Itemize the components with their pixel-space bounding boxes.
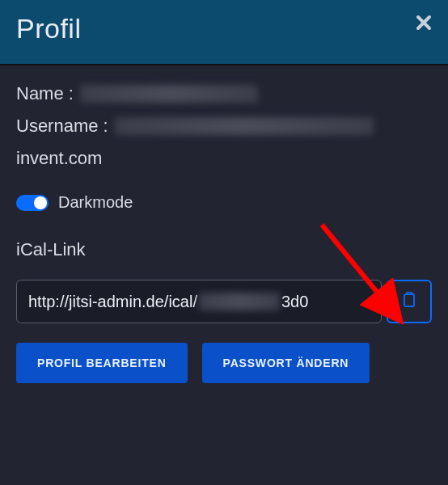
change-password-button[interactable]: PASSWORT ÄNDERN (202, 343, 370, 383)
domain-row: invent.com (16, 148, 432, 169)
darkmode-row: Darkmode (16, 193, 432, 212)
modal-body: Name : Username : invent.com Darkmode iC… (0, 65, 448, 401)
edit-profile-button[interactable]: PROFIL BEARBEITEN (16, 343, 188, 383)
button-row: PROFIL BEARBEITEN PASSWORT ÄNDERN (16, 343, 432, 383)
username-value-redacted (115, 117, 374, 135)
modal-header: Profil (0, 0, 448, 65)
clipboard-icon (402, 292, 416, 311)
copy-ical-button[interactable] (387, 280, 432, 323)
domain-value: invent.com (16, 148, 102, 169)
darkmode-toggle[interactable] (16, 195, 49, 211)
name-value-redacted (80, 85, 258, 103)
ical-value-prefix: http://jitsi-admin.de/ical/ (28, 293, 197, 311)
modal-title: Profil (16, 13, 81, 44)
name-label: Name : (16, 83, 74, 104)
ical-label: iCal-Link (16, 239, 432, 260)
name-row: Name : (16, 83, 432, 104)
ical-link-input[interactable]: http://jitsi-admin.de/ical/3d0 (16, 280, 382, 323)
close-icon[interactable] (416, 15, 432, 34)
ical-row: http://jitsi-admin.de/ical/3d0 (16, 280, 432, 323)
username-row: Username : (16, 116, 432, 137)
svg-rect-0 (404, 294, 414, 306)
username-label: Username : (16, 116, 108, 137)
darkmode-label: Darkmode (58, 193, 133, 212)
ical-value-suffix: 3d0 (281, 293, 308, 311)
ical-value-redacted (199, 293, 280, 310)
